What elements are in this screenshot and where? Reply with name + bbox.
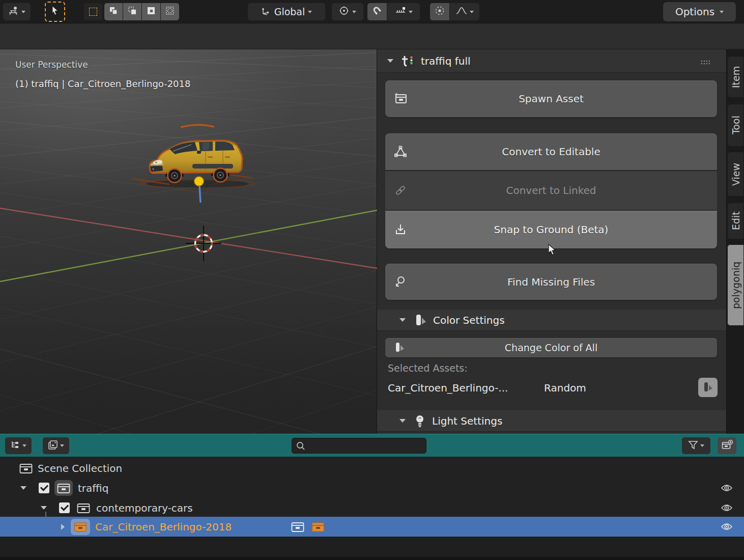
pivot-point-icon (339, 6, 349, 18)
transform-orientation-dropdown[interactable]: Global (248, 3, 325, 20)
outliner-display-mode-button[interactable] (43, 437, 69, 454)
change-color-of-all-label: Change Color of All (505, 342, 597, 353)
snap-to-ground-label: Snap to Ground (Beta) (494, 223, 609, 236)
eye-icon[interactable] (721, 484, 733, 492)
proportional-edit-toggle[interactable] (430, 3, 449, 20)
select-mode-set-button[interactable] (84, 3, 102, 20)
tab-polygoniq[interactable]: polygoniq (727, 244, 744, 326)
color-swatch-icon (414, 314, 427, 327)
chevron-down-icon (60, 444, 64, 447)
tab-view[interactable]: View (727, 152, 744, 197)
collection-instance-data-icon[interactable] (311, 521, 325, 533)
orientation-global-icon (261, 6, 271, 18)
chevron-down-icon (308, 11, 312, 13)
traffiq-panel-header[interactable]: traffiq full (377, 49, 726, 73)
search-icon (296, 441, 306, 453)
spawn-asset-label: Spawn Asset (519, 93, 584, 105)
tab-edit-label: Edit (730, 212, 741, 231)
tab-item-label: Item (730, 66, 741, 88)
spawn-asset-button[interactable]: Spawn Asset (385, 80, 717, 117)
collection-data-icon[interactable] (291, 521, 304, 533)
view-perspective-label: User Perspective (15, 60, 88, 70)
disclosure-down-icon[interactable] (41, 506, 47, 510)
outliner-row-car-citroen-berlingo[interactable]: Car_Citroen_Berlingo-2018 (0, 517, 744, 537)
snap-target-dropdown[interactable] (387, 3, 420, 20)
link-icon (394, 184, 407, 197)
cursor-3d (186, 226, 221, 261)
select-extend-icon (109, 6, 118, 17)
tab-polygoniq-label: polygoniq (730, 261, 741, 309)
active-tool-select-box[interactable] (45, 2, 65, 22)
tab-edit[interactable]: Edit (727, 203, 744, 239)
axis-y-green (0, 210, 377, 282)
disclosure-right-icon[interactable] (61, 524, 65, 530)
viewport-canvas[interactable]: User Perspective (1) traffiq | Car_Citro… (0, 49, 377, 434)
chevron-down-icon (470, 11, 474, 13)
color-settings-label: Color Settings (433, 314, 505, 326)
find-missing-files-button[interactable]: Find Missing Files (385, 264, 717, 300)
snap-to-ground-button[interactable]: Snap to Ground (Beta) (385, 211, 717, 248)
row-label: traffiq (78, 482, 108, 494)
outliner-row-traffiq[interactable]: traffiq (0, 478, 744, 498)
eye-icon[interactable] (721, 503, 733, 512)
traffiq-checkbox[interactable] (39, 483, 49, 493)
select-mode-intersect-button[interactable] (161, 3, 179, 20)
roof-rail-outline (181, 125, 214, 127)
editor-type-selector[interactable] (3, 3, 31, 20)
select-mode-subtract-button[interactable] (123, 3, 141, 20)
chevron-down-icon (700, 444, 704, 447)
proportional-edit-group (430, 3, 479, 20)
outliner-tree-icon (10, 440, 20, 452)
select-mode-invert-icon-button[interactable] (142, 3, 160, 20)
chevron-down-icon (22, 444, 26, 447)
select-intersect-icon (165, 6, 175, 17)
convert-to-linked-button[interactable]: Convert to Linked (385, 171, 717, 210)
traffiq-logo-icon (400, 53, 416, 69)
contemporary-cars-checkbox[interactable] (59, 502, 70, 513)
funnel-icon (688, 440, 698, 452)
tab-item[interactable]: Item (727, 56, 744, 98)
chevron-down-icon (352, 11, 356, 13)
options-button[interactable]: Options (663, 2, 736, 21)
falloff-dropdown[interactable] (450, 3, 479, 20)
selected-asset-name: Car_Citroen_Berlingo-... (388, 382, 508, 394)
falloff-curve-icon (456, 6, 467, 17)
color-swatch-icon (394, 342, 405, 353)
disclosure-down-icon[interactable] (20, 486, 26, 490)
tool-settings-icon (8, 6, 18, 17)
change-color-of-all-button[interactable]: Change Color of All (385, 338, 717, 357)
outliner-empty-area (0, 537, 744, 560)
asset-color-swatch-button[interactable] (698, 378, 718, 397)
proportional-edit-icon (435, 6, 445, 18)
outliner-row-scene-collection[interactable]: Scene Collection (0, 458, 744, 478)
convert-to-editable-button[interactable]: Convert to Editable (385, 133, 717, 170)
pivot-point-dropdown[interactable] (332, 3, 363, 20)
outliner-editor-type-button[interactable] (5, 437, 32, 454)
tool-settings-bar: Global (0, 0, 744, 23)
outliner-row-contemporary-cars[interactable]: contemporary-cars (0, 498, 744, 518)
tab-tool[interactable]: Tool (727, 104, 744, 147)
find-files-icon (394, 275, 408, 289)
active-object-breadcrumb: (1) traffiq | Car_Citroen_Berlingo-2018 (15, 78, 190, 89)
select-mode-extend-button[interactable] (104, 3, 123, 20)
row-label: Scene Collection (38, 462, 122, 474)
light-settings-section-header[interactable]: Light Settings (377, 410, 726, 432)
grip-dots-icon[interactable] (701, 58, 710, 67)
axis-z-blue (199, 186, 201, 203)
row-label: Car_Citroen_Berlingo-2018 (95, 521, 232, 533)
asset-box-icon (394, 93, 408, 105)
outliner-search-input[interactable] (292, 438, 426, 454)
viewport-header: Object M... View Select Add Object (0, 23, 744, 49)
new-collection-button[interactable] (718, 437, 736, 454)
disclosure-down-icon (399, 318, 406, 322)
tab-tool-label: Tool (730, 116, 741, 135)
snap-toggle-button[interactable] (367, 3, 387, 20)
magnet-icon (372, 6, 382, 18)
cursor-select-icon (50, 6, 60, 18)
car-object[interactable] (132, 125, 255, 203)
outliner-filter-button[interactable] (682, 437, 710, 454)
color-settings-section-header[interactable]: Color Settings (377, 310, 726, 331)
blender-window: Global (0, 0, 744, 560)
tab-view-label: View (730, 162, 741, 185)
eye-icon[interactable] (721, 522, 733, 531)
